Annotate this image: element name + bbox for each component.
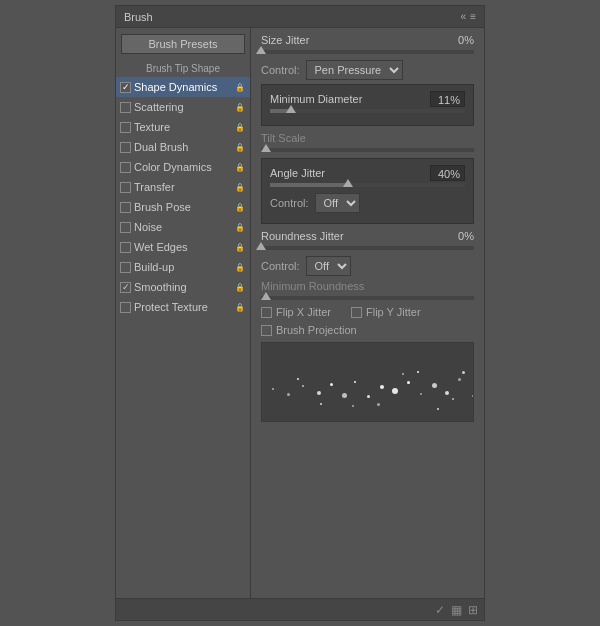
size-jitter-label: Size Jitter <box>261 34 439 46</box>
brush-preview <box>261 342 474 422</box>
sidebar-label-2: Texture <box>134 121 231 133</box>
sidebar-label-6: Brush Pose <box>134 201 231 213</box>
sparkle <box>352 405 354 407</box>
control2-select[interactable]: Off <box>315 193 360 213</box>
sparkle <box>287 393 290 396</box>
sidebar-section-title: Brush Tip Shape <box>116 60 250 77</box>
sidebar-item-smoothing[interactable]: ✓Smoothing🔒 <box>116 277 250 297</box>
sparkle <box>437 408 439 410</box>
collapse-icon[interactable]: « <box>461 11 467 22</box>
sidebar-item-color-dynamics[interactable]: Color Dynamics🔒 <box>116 157 250 177</box>
min-diameter-section: Minimum Diameter 11% <box>261 84 474 126</box>
brush-panel: Brush « ≡ Brush Presets Brush Tip Shape … <box>115 5 485 621</box>
sparkle <box>320 403 322 405</box>
control3-row: Control: Off <box>261 256 474 276</box>
sidebar-label-10: Smoothing <box>134 281 231 293</box>
panel-body: Brush Presets Brush Tip Shape ✓Shape Dyn… <box>116 28 484 598</box>
bottom-icon-3[interactable]: ⊞ <box>468 603 478 617</box>
angle-jitter-section: Angle Jitter 40% Control: Off <box>261 158 474 224</box>
sidebar-checkbox-9[interactable] <box>120 262 131 273</box>
sparkle <box>380 385 384 389</box>
sparkle <box>392 388 398 394</box>
sidebar-item-build-up[interactable]: Build-up🔒 <box>116 257 250 277</box>
bottom-bar: ✓ ▦ ⊞ <box>116 598 484 620</box>
brush-projection-row: Brush Projection <box>261 324 474 336</box>
sidebar: Brush Presets Brush Tip Shape ✓Shape Dyn… <box>116 28 251 598</box>
lock-icon-0: 🔒 <box>234 81 246 93</box>
sidebar-item-scattering[interactable]: Scattering🔒 <box>116 97 250 117</box>
min-diameter-slider[interactable] <box>270 109 465 113</box>
sidebar-checkbox-6[interactable] <box>120 202 131 213</box>
checkboxes-row: Flip X Jitter Flip Y Jitter <box>261 306 474 321</box>
angle-jitter-label: Angle Jitter <box>270 167 430 179</box>
flip-y-checkbox[interactable] <box>351 307 362 318</box>
sidebar-label-8: Wet Edges <box>134 241 231 253</box>
control-label: Control: <box>261 64 300 76</box>
brush-presets-button[interactable]: Brush Presets <box>121 34 245 54</box>
sidebar-item-texture[interactable]: Texture🔒 <box>116 117 250 137</box>
roundness-jitter-slider[interactable] <box>261 246 474 250</box>
bottom-icon-1[interactable]: ✓ <box>435 603 445 617</box>
min-roundness-slider[interactable] <box>261 296 474 300</box>
sidebar-label-11: Protect Texture <box>134 301 231 313</box>
sidebar-checkbox-7[interactable] <box>120 222 131 233</box>
lock-icon-7: 🔒 <box>234 221 246 233</box>
panel-icons: « ≡ <box>461 11 476 22</box>
sidebar-item-shape-dynamics[interactable]: ✓Shape Dynamics🔒 <box>116 77 250 97</box>
control-select[interactable]: Pen Pressure <box>306 60 403 80</box>
lock-icon-2: 🔒 <box>234 121 246 133</box>
sparkle <box>317 391 321 395</box>
lock-icon-6: 🔒 <box>234 201 246 213</box>
sparkle <box>367 395 370 398</box>
control3-label: Control: <box>261 260 300 272</box>
menu-icon[interactable]: ≡ <box>470 11 476 22</box>
sidebar-checkbox-4[interactable] <box>120 162 131 173</box>
control3-select[interactable]: Off <box>306 256 351 276</box>
min-diameter-row: Minimum Diameter 11% <box>270 91 465 107</box>
min-diameter-value: 11% <box>430 91 465 107</box>
roundness-jitter-row: Roundness Jitter 0% <box>261 230 474 242</box>
size-jitter-row: Size Jitter 0% <box>261 34 474 46</box>
brush-projection-checkbox[interactable] <box>261 325 272 336</box>
main-content: Size Jitter 0% Control: Pen Pressure Min… <box>251 28 484 598</box>
sidebar-checkbox-8[interactable] <box>120 242 131 253</box>
angle-jitter-fill <box>270 183 348 187</box>
sidebar-item-dual-brush[interactable]: Dual Brush🔒 <box>116 137 250 157</box>
angle-jitter-slider[interactable] <box>270 183 465 187</box>
sidebar-label-9: Build-up <box>134 261 231 273</box>
sidebar-checkbox-0[interactable]: ✓ <box>120 82 131 93</box>
flip-y-row: Flip Y Jitter <box>351 306 421 318</box>
flip-y-label: Flip Y Jitter <box>366 306 421 318</box>
tilt-scale-slider[interactable] <box>261 148 474 152</box>
size-jitter-thumb <box>256 46 266 54</box>
sidebar-item-protect-texture[interactable]: Protect Texture🔒 <box>116 297 250 317</box>
sidebar-checkbox-2[interactable] <box>120 122 131 133</box>
flip-x-label: Flip X Jitter <box>276 306 331 318</box>
bottom-icon-2[interactable]: ▦ <box>451 603 462 617</box>
flip-x-checkbox[interactable] <box>261 307 272 318</box>
angle-jitter-row: Angle Jitter 40% <box>270 165 465 181</box>
flip-x-row: Flip X Jitter <box>261 306 331 318</box>
sidebar-label-0: Shape Dynamics <box>134 81 231 93</box>
lock-icon-10: 🔒 <box>234 281 246 293</box>
brush-projection-label: Brush Projection <box>276 324 357 336</box>
sidebar-label-1: Scattering <box>134 101 231 113</box>
sidebar-item-noise[interactable]: Noise🔒 <box>116 217 250 237</box>
tilt-scale-thumb <box>261 144 271 152</box>
sidebar-item-wet-edges[interactable]: Wet Edges🔒 <box>116 237 250 257</box>
tilt-scale-label: Tilt Scale <box>261 132 474 144</box>
sidebar-checkbox-5[interactable] <box>120 182 131 193</box>
sparkle <box>407 381 410 384</box>
sidebar-checkbox-10[interactable]: ✓ <box>120 282 131 293</box>
sidebar-item-transfer[interactable]: Transfer🔒 <box>116 177 250 197</box>
sparkle <box>354 381 356 383</box>
sidebar-checkbox-1[interactable] <box>120 102 131 113</box>
lock-icon-8: 🔒 <box>234 241 246 253</box>
control2-label: Control: <box>270 197 309 209</box>
sidebar-checkbox-11[interactable] <box>120 302 131 313</box>
sidebar-checkbox-3[interactable] <box>120 142 131 153</box>
sparkle <box>458 378 461 381</box>
sidebar-label-5: Transfer <box>134 181 231 193</box>
size-jitter-slider[interactable] <box>261 50 474 54</box>
sidebar-item-brush-pose[interactable]: Brush Pose🔒 <box>116 197 250 217</box>
